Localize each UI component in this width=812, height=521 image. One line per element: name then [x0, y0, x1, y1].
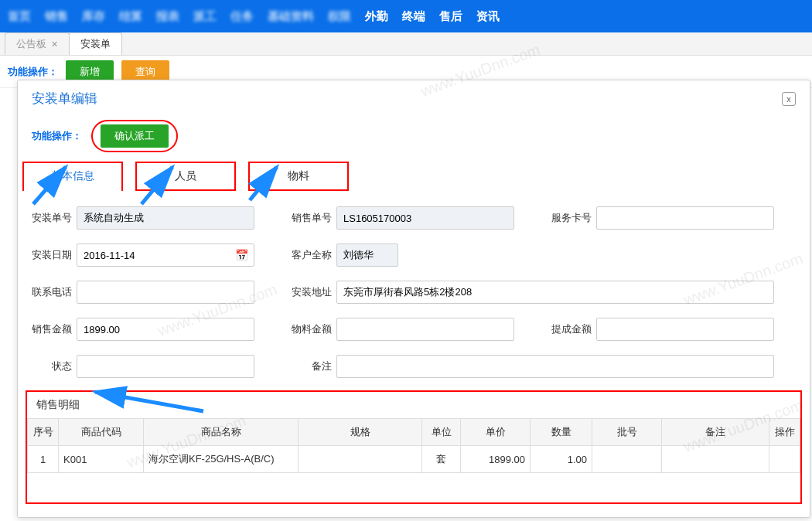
- nav-item[interactable]: 资讯: [476, 9, 500, 24]
- nav-item[interactable]: 外勤: [365, 9, 388, 24]
- phone-field[interactable]: [77, 281, 254, 304]
- modal-title: 安装单编辑: [32, 90, 97, 107]
- label-addr: 安装地址: [285, 285, 332, 299]
- label-phone: 联系电话: [26, 285, 72, 299]
- label-date: 安装日期: [26, 248, 72, 262]
- tab-install[interactable]: 安装单: [69, 32, 122, 55]
- nav-item[interactable]: 基础资料: [268, 9, 314, 24]
- label-status: 状态: [26, 359, 72, 373]
- sales-detail-panel: 销售明细 序号 商品代码 商品名称 规格 单位 单价 数量 批号 备注 操作 1…: [26, 390, 802, 504]
- tab-label: 公告板: [16, 37, 46, 51]
- sale-amount-field[interactable]: [77, 318, 254, 341]
- tab-label: 安装单: [80, 37, 111, 51]
- col-batch: 批号: [592, 419, 662, 446]
- col-qty: 数量: [531, 419, 592, 446]
- nav-item[interactable]: 权限: [328, 9, 351, 24]
- bonus-field[interactable]: [596, 318, 774, 341]
- modal-toolbar: 功能操作： 确认派工: [18, 117, 810, 162]
- nav-item[interactable]: 报表: [156, 9, 179, 24]
- col-op: 操作: [769, 419, 800, 446]
- material-amount-field[interactable]: [336, 318, 514, 341]
- nav-item[interactable]: 首页: [8, 9, 31, 24]
- nav-item[interactable]: 派工: [193, 9, 217, 24]
- modal-header: 安装单编辑 x: [18, 80, 810, 117]
- label-order-no: 安装单号: [26, 211, 72, 225]
- edit-modal: 安装单编辑 x 功能操作： 确认派工 基本信息 人员 物料 安装单号 销售单号 …: [17, 80, 810, 518]
- col-no: 序号: [28, 419, 59, 446]
- service-card-field[interactable]: [596, 206, 774, 230]
- order-no-field[interactable]: [77, 206, 254, 230]
- remark-field[interactable]: [336, 355, 774, 378]
- col-remark: 备注: [662, 419, 769, 446]
- sales-detail-table: 序号 商品代码 商品名称 规格 单位 单价 数量 批号 备注 操作 1K001海…: [27, 418, 800, 473]
- top-nav: 首页 销售 库存 结算 报表 派工 任务 基础资料 权限 外勤 终端 售后 资讯: [0, 0, 812, 32]
- form-area: 安装单号 销售单号 服务卡号 安装日期📅 客户全称 联系电话 安装地址 销售金额…: [18, 191, 810, 386]
- nav-item[interactable]: 售后: [439, 9, 462, 24]
- col-name: 商品名称: [144, 419, 299, 446]
- page-tabs: 公告板 ✕ 安装单: [0, 32, 812, 56]
- label-card: 服务卡号: [545, 211, 592, 225]
- panel-title: 销售明细: [27, 392, 800, 418]
- label-remark: 备注: [285, 359, 332, 373]
- tab-staff[interactable]: 人员: [135, 162, 236, 191]
- tab-basic[interactable]: 基本信息: [22, 162, 123, 191]
- label-sale-amt: 销售金额: [26, 322, 72, 336]
- label-mat-amt: 物料金额: [285, 322, 332, 336]
- col-unit: 单位: [422, 419, 461, 446]
- nav-item[interactable]: 任务: [230, 9, 254, 24]
- col-spec: 规格: [299, 419, 422, 446]
- sale-no-field[interactable]: [336, 206, 514, 230]
- tab-board[interactable]: 公告板 ✕: [5, 32, 70, 55]
- toolbar-label: 功能操作：: [32, 129, 82, 143]
- label-cust: 客户全称: [285, 248, 332, 262]
- address-field[interactable]: [336, 281, 774, 304]
- status-field[interactable]: [77, 355, 254, 378]
- col-code: 商品代码: [59, 419, 144, 446]
- confirm-dispatch-button[interactable]: 确认派工: [101, 124, 169, 148]
- close-icon[interactable]: ✕: [51, 39, 58, 49]
- toolbar-label: 功能操作：: [8, 65, 58, 79]
- install-date-field[interactable]: [77, 243, 254, 267]
- inner-tabs: 基本信息 人员 物料: [18, 162, 810, 191]
- label-sale-no: 销售单号: [285, 211, 332, 225]
- nav-item[interactable]: 终端: [402, 9, 425, 24]
- calendar-icon[interactable]: 📅: [235, 249, 248, 261]
- table-row[interactable]: 1K001海尔空调KF-25G/HS-A(B/C)套1899.001.00: [28, 446, 800, 473]
- nav-item[interactable]: 结算: [119, 9, 142, 24]
- customer-field[interactable]: [336, 243, 398, 267]
- nav-item[interactable]: 销售: [45, 9, 68, 24]
- nav-item[interactable]: 库存: [82, 9, 105, 24]
- col-price: 单价: [461, 419, 531, 446]
- tab-material[interactable]: 物料: [248, 162, 349, 191]
- highlight-ellipse: 确认派工: [91, 120, 178, 152]
- close-icon[interactable]: x: [782, 92, 796, 106]
- label-bonus: 提成金额: [545, 322, 592, 336]
